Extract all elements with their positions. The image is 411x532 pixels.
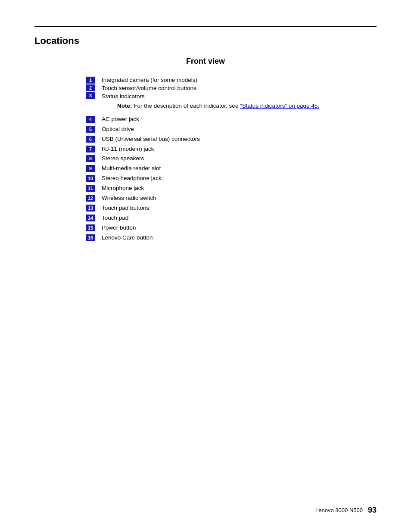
badge-group-1-3: 1 2 3 <box>86 76 95 100</box>
badge-3: 3 <box>86 92 95 99</box>
first-three-group: 1 2 3 Integrated camera (for some models… <box>86 76 377 114</box>
badge-7: 7 <box>86 146 95 152</box>
badge-15: 15 <box>86 224 95 231</box>
badge-11: 11 <box>86 185 95 192</box>
page-container: Locations Front view 1 2 3 Integrated ca… <box>0 0 411 532</box>
badge-5: 5 <box>86 126 95 133</box>
top-border <box>34 26 377 27</box>
note-block: Note: For the description of each indica… <box>117 102 319 110</box>
item-text-9: Multi-media reader slot <box>102 165 161 173</box>
list-item: 10 Stereo headphone jack <box>86 174 377 183</box>
item-text-4: AC power jack <box>102 115 139 124</box>
badge-9: 9 <box>86 165 95 172</box>
items-list: 4 AC power jack 5 Optical drive 6 USB (U… <box>86 115 377 242</box>
badge-4: 4 <box>86 116 95 123</box>
group-text-1-3: Integrated camera (for some models) Touc… <box>102 76 319 114</box>
item-text-8: Stereo speakers <box>102 155 144 163</box>
item-text-3: Status indicators <box>102 93 319 101</box>
list-item: 7 RJ-11 (modem) jack <box>86 145 377 153</box>
list-item: 11 Microphone jack <box>86 184 377 193</box>
list-item: 15 Power button <box>86 224 377 232</box>
list-item: 4 AC power jack <box>86 115 377 124</box>
content-area: 1 2 3 Integrated camera (for some models… <box>34 76 377 242</box>
note-link[interactable]: “Status indicators” on page 45. <box>240 103 319 109</box>
badge-14: 14 <box>86 215 95 221</box>
badge-1: 1 <box>86 77 95 84</box>
footer-page-number: 93 <box>368 506 377 515</box>
item-text-5: Optical drive <box>102 125 134 134</box>
item-text-7: RJ-11 (modem) jack <box>102 145 154 153</box>
badge-8: 8 <box>86 155 95 162</box>
badge-16: 16 <box>86 234 95 241</box>
section-title: Locations <box>34 35 377 47</box>
item-text-12: Wireless radio switch <box>102 194 156 202</box>
footer-product: Lenovo 3000 N500 <box>315 507 363 513</box>
item-text-11: Microphone jack <box>102 184 144 193</box>
list-item: 16 Lenovo Care button <box>86 234 377 242</box>
list-item: 13 Touch pad buttons <box>86 204 377 212</box>
list-item: 5 Optical drive <box>86 125 377 134</box>
item-text-10: Stereo headphone jack <box>102 174 162 183</box>
badge-12: 12 <box>86 195 95 202</box>
list-item: 12 Wireless radio switch <box>86 194 377 202</box>
item-text-13: Touch pad buttons <box>102 204 149 212</box>
item-text-15: Power button <box>102 224 136 232</box>
badge-13: 13 <box>86 205 95 212</box>
footer: Lenovo 3000 N500 93 <box>315 506 377 515</box>
item-text-14: Touch pad <box>102 214 128 222</box>
note-text-before: For the description of each indicator, s… <box>132 103 240 109</box>
list-item: 9 Multi-media reader slot <box>86 165 377 173</box>
list-item: 14 Touch pad <box>86 214 377 222</box>
badge-6: 6 <box>86 136 95 143</box>
item-text-16: Lenovo Care button <box>102 234 153 242</box>
list-item: 6 USB (Universal serial bus) connectors <box>86 135 377 143</box>
note-keyword: Note: <box>117 103 132 109</box>
list-item: 8 Stereo speakers <box>86 155 377 163</box>
item-text-2: Touch sensor/volume control buttons <box>102 84 319 93</box>
subsection-title: Front view <box>34 57 377 66</box>
badge-2: 2 <box>86 84 95 91</box>
item-text-1: Integrated camera (for some models) <box>102 76 319 84</box>
badge-10: 10 <box>86 175 95 182</box>
item-text-6: USB (Universal serial bus) connectors <box>102 135 200 143</box>
